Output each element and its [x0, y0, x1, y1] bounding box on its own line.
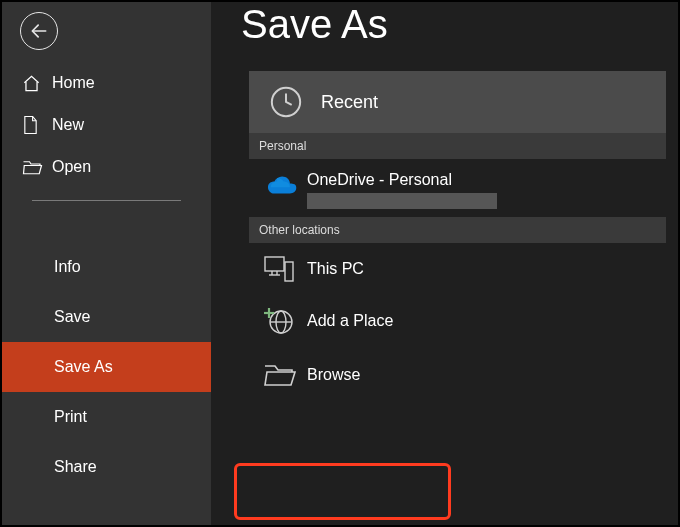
onedrive-title: OneDrive - Personal — [307, 171, 497, 189]
location-recent[interactable]: Recent — [249, 71, 666, 133]
nav-home-label: Home — [52, 74, 211, 92]
page-title: Save As — [241, 2, 678, 71]
nav-new[interactable]: New — [2, 104, 211, 146]
nav-save-label: Save — [54, 308, 90, 326]
nav-info[interactable]: Info — [2, 242, 211, 292]
back-button[interactable] — [20, 12, 58, 50]
location-recent-label: Recent — [321, 92, 378, 113]
primary-nav: Home New Open — [2, 62, 211, 209]
location-browse[interactable]: Browse — [249, 347, 666, 403]
location-this-pc[interactable]: This PC — [249, 243, 666, 295]
main-content: Save As Recent Personal OneDriv — [211, 2, 678, 525]
onedrive-account-redacted — [307, 193, 497, 209]
add-place-label: Add a Place — [307, 312, 393, 330]
nav-divider — [32, 200, 181, 201]
section-personal: Personal — [249, 133, 666, 159]
back-arrow-icon — [29, 21, 49, 41]
backstage-sidebar: Home New Open — [2, 2, 211, 525]
add-place-icon — [263, 306, 307, 336]
nav-save-as-label: Save As — [54, 358, 113, 376]
nav-share-label: Share — [54, 458, 97, 476]
browse-folder-icon — [263, 361, 307, 389]
folder-open-icon — [22, 158, 52, 176]
svg-rect-6 — [285, 262, 293, 281]
backstage-view: Home New Open — [0, 0, 680, 527]
this-pc-label: This PC — [307, 260, 364, 278]
nav-print[interactable]: Print — [2, 392, 211, 442]
document-icon — [22, 115, 52, 135]
locations-panel: Recent Personal OneDrive - Personal Othe… — [249, 71, 666, 403]
this-pc-icon — [263, 254, 307, 284]
section-other-locations: Other locations — [249, 217, 666, 243]
onedrive-icon — [263, 171, 307, 197]
svg-rect-2 — [265, 257, 284, 271]
onedrive-text: OneDrive - Personal — [307, 171, 497, 209]
home-icon — [22, 74, 52, 93]
location-onedrive[interactable]: OneDrive - Personal — [249, 159, 666, 217]
nav-save[interactable]: Save — [2, 292, 211, 342]
nav-home[interactable]: Home — [2, 62, 211, 104]
clock-icon — [269, 85, 303, 119]
nav-save-as[interactable]: Save As — [2, 342, 211, 392]
location-add-place[interactable]: Add a Place — [249, 295, 666, 347]
nav-print-label: Print — [54, 408, 87, 426]
nav-new-label: New — [52, 116, 211, 134]
nav-open-label: Open — [52, 158, 211, 176]
nav-info-label: Info — [54, 258, 81, 276]
nav-share[interactable]: Share — [2, 442, 211, 492]
nav-open[interactable]: Open — [2, 146, 211, 188]
secondary-nav: Info Save Save As Print Share — [2, 242, 211, 492]
browse-label: Browse — [307, 366, 360, 384]
